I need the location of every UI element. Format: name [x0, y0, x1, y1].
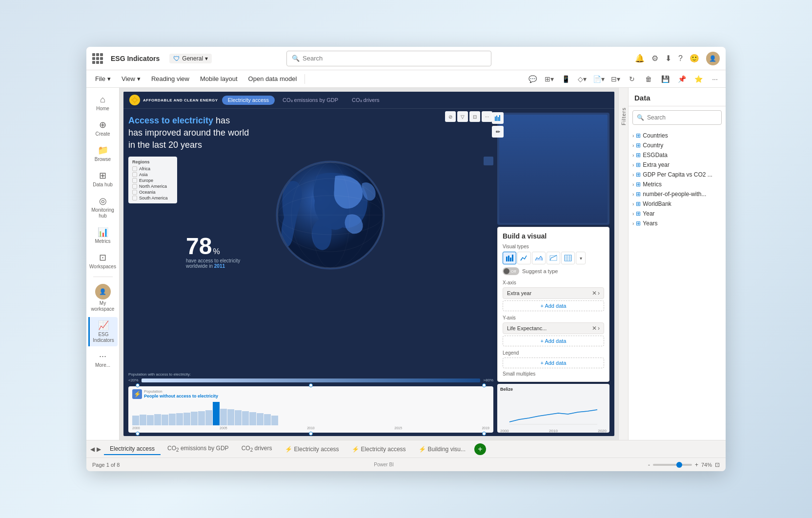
- handle-bm[interactable]: [309, 432, 313, 436]
- edit-visual-btn[interactable]: ✏: [492, 126, 504, 138]
- sidebar-item-create[interactable]: ⊕ Create: [88, 117, 118, 140]
- x-axis-field[interactable]: Extra year ✕ ›: [503, 287, 604, 299]
- sidebar-item-monitoring[interactable]: ◎ Monitoring hub: [88, 193, 118, 222]
- expand-btn[interactable]: ⊡: [469, 111, 480, 122]
- y-axis-add-data[interactable]: + Add data: [503, 336, 604, 346]
- app-grid-icon[interactable]: [92, 53, 103, 64]
- x-axis-remove-btn[interactable]: ✕: [592, 290, 597, 297]
- sidebar-item-esg[interactable]: 📈 ESG Indicators: [88, 317, 118, 346]
- visual-options-icon[interactable]: ⊞▾: [542, 72, 556, 86]
- download-icon[interactable]: ⬇: [665, 54, 671, 63]
- filter-btn[interactable]: ▽: [457, 111, 468, 122]
- zoom-out-btn[interactable]: -: [648, 461, 650, 468]
- sidebar-item-my-workspace[interactable]: 👤 My workspace: [88, 281, 118, 315]
- refresh-icon[interactable]: ↻: [625, 72, 639, 86]
- data-tree-item-country[interactable]: › ⊞ Country: [629, 140, 726, 150]
- mini-chart-title: Belize: [500, 387, 607, 392]
- sidebar-item-more[interactable]: ··· More...: [88, 348, 118, 371]
- handle-tm[interactable]: [309, 383, 313, 387]
- more-visual-btn[interactable]: ···: [482, 111, 492, 122]
- data-tree-item-countries[interactable]: › ⊞ Countries: [629, 131, 726, 140]
- sidebar-item-data-hub[interactable]: ⊞ Data hub: [88, 167, 118, 191]
- x-axis-expand-btn[interactable]: ›: [598, 290, 600, 297]
- sidebar-item-metrics[interactable]: 📊 Metrics: [88, 224, 118, 247]
- data-tree-item-worldbank[interactable]: › ⊞ WorldBank: [629, 199, 726, 209]
- add-tab-btn[interactable]: +: [474, 443, 486, 455]
- bin-icon[interactable]: 🗑: [642, 72, 655, 86]
- data-tree-item-gdp[interactable]: › ⊞ GDP Per Capita vs CO2 ...: [629, 170, 726, 179]
- chart-more-type-btn[interactable]: ▾: [576, 252, 586, 264]
- page-info: Page 1 of 8: [92, 462, 120, 468]
- notifications-icon[interactable]: 🔔: [635, 54, 645, 63]
- shapes-icon[interactable]: ◇▾: [575, 72, 589, 86]
- settings-icon[interactable]: ⚙: [651, 54, 658, 63]
- sidebar-item-workspaces[interactable]: ⊡ Workspaces: [88, 249, 118, 273]
- nav-next-icon[interactable]: ▶: [97, 446, 101, 453]
- bottom-tab-electricity-access-2[interactable]: ⚡ Electricity access: [279, 444, 345, 455]
- menu-file[interactable]: File ▾: [90, 73, 116, 84]
- data-search-input[interactable]: [647, 114, 720, 121]
- x-axis-add-data[interactable]: + Add data: [503, 300, 604, 311]
- focus-mode-btn[interactable]: ⊘: [445, 111, 456, 122]
- bottom-tab-electricity-access[interactable]: Electricity access: [104, 443, 161, 455]
- more-options-icon[interactable]: ···: [708, 72, 722, 86]
- handle-br[interactable]: [482, 432, 486, 436]
- fit-to-page-btn[interactable]: ⊡: [715, 461, 720, 468]
- zoom-in-btn[interactable]: +: [695, 461, 698, 468]
- menu-view[interactable]: View ▾: [117, 73, 145, 84]
- tab-co2-gdp[interactable]: CO₂ emissions by GDP: [277, 96, 344, 105]
- nav-prev-icon[interactable]: ◀: [90, 446, 95, 453]
- suggest-toggle[interactable]: Off: [503, 267, 519, 275]
- comment-icon[interactable]: 💬: [526, 72, 539, 86]
- y-axis-field[interactable]: Life Expectanc... ✕ ›: [503, 322, 604, 334]
- title-search-input[interactable]: [303, 55, 486, 62]
- grid-icon[interactable]: ⊟▾: [609, 72, 622, 86]
- sidebar-item-home[interactable]: ⌂ Home: [88, 92, 118, 115]
- zoom-slider[interactable]: [653, 464, 692, 466]
- data-search[interactable]: 🔍: [632, 110, 722, 125]
- data-tree-item-year[interactable]: › ⊞ Year: [629, 209, 726, 219]
- shield-badge[interactable]: 🛡 General ▾: [169, 54, 212, 63]
- filters-tab-label[interactable]: Filters: [621, 107, 627, 125]
- menu-open-data-model[interactable]: Open data model: [244, 73, 302, 84]
- bottom-tab-co2-gdp[interactable]: CO2 emissions by GDP: [162, 443, 235, 455]
- chart-table-type-btn[interactable]: [561, 252, 575, 264]
- bottom-tab-electricity-access-3[interactable]: ⚡ Electricity access: [346, 444, 412, 455]
- chart-type-overlay-btn[interactable]: [492, 112, 504, 124]
- y-axis-expand-btn[interactable]: ›: [598, 325, 600, 332]
- menu-mobile-layout[interactable]: Mobile layout: [195, 73, 243, 84]
- tab-electricity-access[interactable]: Electricity access: [222, 96, 275, 105]
- page-icon[interactable]: 📄▾: [592, 72, 606, 86]
- help-icon[interactable]: ?: [678, 54, 683, 63]
- avatar[interactable]: 👤: [706, 52, 720, 65]
- star-icon[interactable]: ⭐: [691, 72, 705, 86]
- data-tree-item-metrics[interactable]: › ⊞ Metrics: [629, 179, 726, 189]
- data-tree-item-years[interactable]: › ⊞ Years: [629, 219, 726, 228]
- handle-tr[interactable]: [482, 383, 486, 387]
- chart-scatter-type-btn[interactable]: [547, 252, 560, 264]
- menu-reading-view[interactable]: Reading view: [146, 73, 194, 84]
- browse-icon: 📁: [98, 145, 108, 156]
- mobile-icon[interactable]: 📱: [559, 72, 572, 86]
- title-search-bar[interactable]: 🔍: [286, 51, 491, 66]
- save-icon[interactable]: 💾: [658, 72, 672, 86]
- chart-line-type-btn[interactable]: [517, 252, 531, 264]
- data-tree-item-number-people[interactable]: › ⊞ number-of-people-with...: [629, 189, 726, 199]
- bottom-tab-co2-drivers[interactable]: CO2 drivers: [236, 443, 278, 455]
- chart-area-type-btn[interactable]: [532, 252, 546, 264]
- handle-tl[interactable]: [136, 383, 140, 387]
- data-tree-item-extra-year[interactable]: › ⊞ Extra year: [629, 160, 726, 170]
- sidebar-item-browse[interactable]: 📁 Browse: [88, 142, 118, 165]
- legend-add-data[interactable]: + Add data: [503, 358, 604, 368]
- handle-bl[interactable]: [136, 432, 140, 436]
- x-axis-label: X-axis: [503, 280, 604, 285]
- emoji-icon[interactable]: 🙂: [690, 54, 699, 63]
- data-tree-item-esgdata[interactable]: › ⊞ ESGData: [629, 150, 726, 160]
- svg-rect-17: [512, 255, 513, 261]
- pin-icon[interactable]: 📌: [675, 72, 689, 86]
- y-axis-remove-btn[interactable]: ✕: [592, 325, 597, 332]
- chart-bar-type-btn[interactable]: [503, 252, 516, 264]
- bottom-tab-building-visual[interactable]: ⚡ Building visu...: [413, 444, 471, 455]
- zoom-thumb[interactable]: [676, 462, 682, 468]
- tab-co2-drivers[interactable]: CO₂ drivers: [346, 96, 386, 105]
